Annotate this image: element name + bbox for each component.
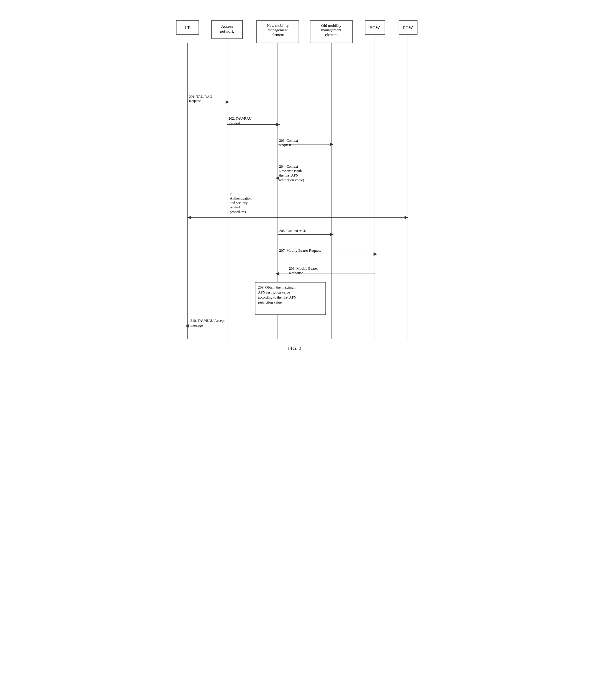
arrowhead-204: [275, 176, 279, 180]
label-205b: Authentication: [230, 196, 252, 201]
entity-omme-label2: management: [321, 28, 342, 32]
fig-label: FIG. 2: [288, 345, 301, 351]
label-209c: according to the first APN: [258, 295, 296, 300]
label-205e: procedures: [230, 210, 246, 214]
label-202b: Request: [228, 121, 240, 125]
entity-nmme-label1: New mobility: [267, 23, 288, 28]
arrowhead-206: [330, 233, 333, 236]
label-206: 206. Context ACK: [279, 229, 307, 233]
label-208: 208. Modify Bearer: [289, 267, 318, 271]
arrowhead-208: [275, 272, 279, 275]
label-202: 202. TAU/RAU: [228, 116, 251, 120]
label-204b: Response (with: [279, 169, 302, 173]
arrowhead-205-right: [404, 216, 408, 219]
label-205: 205.: [230, 192, 236, 196]
diagram-container: UE Access network New mobility managemen…: [162, 6, 427, 376]
entity-nmme-label2: management: [267, 28, 288, 32]
label-209b: APN restriction value: [258, 290, 290, 294]
entity-nmme-label3: element: [271, 32, 284, 37]
arrowhead-207: [373, 252, 377, 256]
label-204: 204. Context: [279, 164, 298, 168]
label-204c: the first APN: [279, 173, 299, 178]
label-204d: restriction value): [279, 178, 304, 182]
label-201b: Request: [189, 99, 201, 103]
label-207: 207. Modify Bearer Request: [279, 249, 321, 253]
entity-sgw-label: SGW: [370, 25, 380, 30]
label-209d: restriction value: [258, 300, 282, 305]
entity-an-label: Access: [221, 24, 233, 29]
label-210a: 210. TAU/RAU Accept: [190, 319, 225, 323]
arrowhead-202: [276, 123, 279, 126]
arrowhead-201: [225, 100, 229, 103]
label-203b: Request: [279, 143, 291, 147]
arrowhead-203: [330, 143, 333, 146]
arrowhead-210: [185, 324, 189, 327]
entity-ue-label: UE: [184, 25, 190, 30]
label-201: 201. TAU/RAU: [189, 95, 212, 99]
arrowhead-205-left: [187, 216, 191, 219]
entity-pgw-label: PGW: [403, 25, 413, 30]
entity-omme-label1: Old mobility: [321, 23, 341, 28]
label-205d: related: [230, 205, 240, 209]
entity-an-label2: network: [220, 29, 234, 34]
sequence-diagram: UE Access network New mobility managemen…: [168, 15, 421, 358]
entity-omme-label3: element: [325, 32, 338, 37]
label-208b: Response: [289, 271, 303, 275]
label-209a: 209. Obtain the maximum: [258, 285, 297, 289]
label-205c: and security: [230, 201, 248, 205]
label-203: 203. Context: [279, 138, 298, 143]
label-210b: message: [190, 323, 203, 327]
